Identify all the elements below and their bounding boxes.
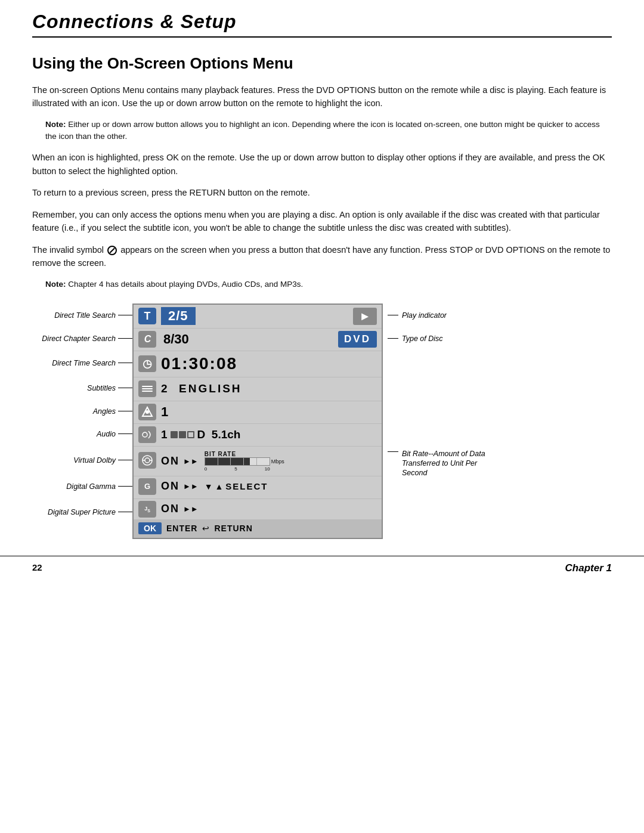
note-1-text: Either up or down arrow button allows yo… — [45, 120, 600, 141]
label-audio: Audio — [32, 423, 132, 445]
dsuper-on-value: ON — [161, 503, 179, 515]
svg-point-4 — [145, 458, 150, 463]
subtitles-value: 2 ENGLISH — [161, 382, 242, 395]
options-menu-diagram: Direct Title Search Direct Chapter Searc… — [32, 304, 612, 539]
label-direct-title-search: Direct Title Search — [32, 304, 132, 327]
vdolby-icon — [138, 452, 156, 469]
chapter-label: Chapter 1 — [565, 562, 612, 574]
screen-row-dgamma: G ON ►► ▼ ▲ SELECT — [134, 476, 382, 499]
dvd-badge: DVD — [338, 331, 377, 348]
screen-row-title: T 2/5 ► — [134, 305, 382, 329]
dgamma-on-value: ON — [161, 480, 179, 493]
audio-value: 1 D 5.1ch — [161, 428, 240, 441]
label-direct-time-search: Direct Time Search — [32, 350, 132, 376]
audio-icon — [138, 426, 156, 443]
label-direct-chapter-search: Direct Chapter Search — [32, 327, 132, 350]
page-title: Using the On-Screen Options Menu — [32, 54, 612, 73]
time-value: 01:30:08 — [161, 354, 237, 373]
screen-row-time: ◷ 01:30:08 — [134, 351, 382, 377]
screen-row-vdolby: ON ►► BIT RATE — [134, 447, 382, 476]
note-1: Note: Either up or down arrow button all… — [45, 119, 612, 143]
right-label-bitrate: Bit Rate--Amount of Data Transferred to … — [388, 445, 502, 478]
dgamma-arrows: ►► — [183, 482, 199, 491]
svg-point-2 — [143, 432, 147, 437]
select-label: SELECT — [225, 481, 268, 491]
note-2-text: Chapter 4 has details about playing DVDs… — [68, 280, 303, 289]
ok-button-label[interactable]: OK — [138, 522, 162, 534]
label-virtual-dolby: Virtual Dolby — [32, 445, 132, 475]
dsuper-icon: JS — [138, 501, 156, 518]
label-angles: Angles — [32, 400, 132, 423]
note-2: Note: Chapter 4 has details about playin… — [45, 278, 612, 290]
right-label-disc-type: Type of Disc — [388, 327, 502, 350]
page-number: 22 — [32, 562, 42, 574]
subtitles-icon — [138, 380, 156, 397]
body-paragraph-5: The invalid symbol appears on the screen… — [32, 243, 612, 270]
body-paragraph-2: When an icon is highlighted, press OK on… — [32, 151, 612, 178]
screen-row-subtitles: 2 ENGLISH — [134, 377, 382, 401]
return-label: RETURN — [214, 524, 252, 533]
vdolby-arrows: ►► — [183, 457, 199, 466]
right-label-play: Play indicator — [388, 304, 502, 327]
screen-row-angles: 1 — [134, 401, 382, 424]
note-2-label: Note: — [45, 280, 66, 289]
dsuper-arrows: ►► — [183, 504, 199, 513]
chapter-icon: C — [138, 331, 156, 348]
right-labels: Play indicator Type of Disc Bit Rate--Am… — [383, 304, 502, 539]
screen-row-dsuper: JS ON ►► OK ENTER ↩ RETURN — [134, 499, 382, 538]
on-screen-menu: T 2/5 ► C 8/30 DVD ◷ 01:30:08 — [132, 304, 383, 539]
time-icon: ◷ — [138, 355, 156, 372]
body-paragraph-4: Remember, you can only access the option… — [32, 208, 612, 235]
screen-row-chapter: C 8/30 DVD — [134, 329, 382, 351]
note-1-label: Note: — [45, 120, 66, 129]
dgamma-icon: G — [138, 478, 156, 495]
page-footer: 22 Chapter 1 — [0, 556, 644, 580]
angles-icon — [138, 404, 156, 420]
vdolby-on-value: ON — [161, 455, 179, 467]
angles-value: 1 — [161, 404, 168, 420]
label-digital-gamma: Digital Gamma — [32, 475, 132, 498]
svg-point-1 — [145, 410, 149, 414]
enter-label: ENTER — [166, 524, 197, 533]
bitrate-display: BIT RATE Mbps — [205, 451, 377, 472]
chapter-value: 8/30 — [163, 332, 189, 347]
body-paragraph-1: The on-screen Options Menu contains many… — [32, 83, 612, 110]
title-value: 2/5 — [161, 307, 196, 325]
screen-row-audio: 1 D 5.1ch — [134, 424, 382, 447]
button-row: OK ENTER ↩ RETURN — [134, 519, 382, 537]
body-paragraph-3: To return to a previous screen, press th… — [32, 186, 612, 199]
label-digital-super-picture: Digital Super Picture — [32, 498, 132, 527]
select-arrows-icon: ▼ ▲ — [205, 482, 224, 491]
page-header-title: Connections & Setup — [32, 11, 612, 38]
label-subtitles: Subtitles — [32, 376, 132, 400]
play-indicator: ► — [353, 308, 377, 325]
left-labels: Direct Title Search Direct Chapter Searc… — [32, 304, 132, 539]
return-icon: ↩ — [202, 524, 209, 533]
title-icon: T — [138, 308, 156, 324]
